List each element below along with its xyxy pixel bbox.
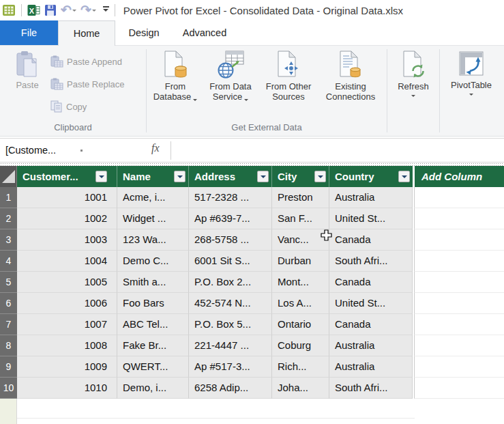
cell-city[interactable]: Mont... bbox=[272, 272, 329, 293]
from-data-service-button[interactable]: From Data Service bbox=[205, 51, 256, 102]
cell-name[interactable]: ABC Tel... bbox=[117, 314, 189, 335]
filter-button-city[interactable] bbox=[314, 171, 326, 182]
column-header-country[interactable]: Country bbox=[329, 166, 413, 187]
cell-name[interactable]: QWERT... bbox=[117, 356, 189, 378]
row-number[interactable]: 9 bbox=[0, 356, 17, 378]
filter-button-country[interactable] bbox=[398, 171, 410, 182]
cell-add-column[interactable] bbox=[414, 356, 504, 378]
cell-add-column[interactable] bbox=[414, 187, 504, 208]
cell-country[interactable]: United St... bbox=[329, 208, 413, 229]
cell-country[interactable]: South Afri... bbox=[329, 251, 413, 272]
cell-country[interactable]: Australia bbox=[329, 356, 413, 378]
cell-country[interactable]: Australia bbox=[329, 335, 413, 356]
paste-append-button[interactable]: Paste Append bbox=[50, 53, 122, 70]
cell-add-column[interactable] bbox=[414, 378, 504, 399]
row-number[interactable]: 5 bbox=[0, 272, 17, 293]
cell-customer[interactable]: 1009 bbox=[17, 356, 117, 378]
cell-customer[interactable]: 1006 bbox=[17, 293, 117, 314]
cell-customer[interactable]: 1004 bbox=[17, 251, 117, 272]
row-number[interactable]: 3 bbox=[0, 229, 17, 251]
row-number[interactable]: 10 bbox=[0, 378, 17, 399]
tab-file[interactable]: File bbox=[0, 20, 58, 45]
cell-add-column[interactable] bbox=[414, 272, 504, 293]
cell-city[interactable]: Coburg bbox=[272, 335, 329, 356]
column-header-city[interactable]: City bbox=[272, 166, 329, 187]
cell-country[interactable]: Australia bbox=[329, 187, 413, 208]
row-number[interactable]: 2 bbox=[0, 208, 17, 229]
cell-country[interactable]: United St... bbox=[329, 293, 413, 314]
column-header-add-column[interactable]: Add Column bbox=[415, 166, 504, 187]
cell-add-column[interactable] bbox=[414, 208, 504, 229]
cell-address[interactable]: Ap #639-7... bbox=[189, 208, 272, 229]
from-other-sources-button[interactable]: From Other Sources bbox=[259, 51, 318, 102]
cell-country[interactable]: Canada bbox=[329, 272, 413, 293]
cell-add-column[interactable] bbox=[414, 314, 504, 335]
save-icon[interactable] bbox=[44, 4, 57, 16]
cell-add-column[interactable] bbox=[414, 293, 504, 314]
cell-country[interactable]: Canada bbox=[329, 229, 413, 251]
name-box[interactable]: [Custome... bbox=[5, 139, 56, 162]
fx-button[interactable]: fx bbox=[151, 142, 160, 154]
tab-home[interactable]: Home bbox=[58, 20, 115, 46]
cell-name[interactable]: Widget ... bbox=[117, 208, 189, 229]
cell-city[interactable]: San F... bbox=[272, 208, 329, 229]
refresh-dropdown-icon[interactable] bbox=[411, 95, 415, 99]
filter-button-address[interactable] bbox=[257, 171, 269, 182]
copy-button[interactable]: Copy bbox=[50, 98, 87, 115]
cell-customer[interactable]: 1007 bbox=[17, 314, 117, 335]
cell-add-column[interactable] bbox=[414, 335, 504, 356]
customize-toolbar-icon[interactable] bbox=[103, 6, 109, 14]
cell-name[interactable]: Fake Br... bbox=[117, 335, 189, 356]
column-header-customer[interactable]: Customer... bbox=[17, 166, 117, 187]
cell-address[interactable]: P.O. Box 2... bbox=[189, 272, 272, 293]
cell-country[interactable]: South Afri... bbox=[329, 378, 413, 399]
cell-address[interactable]: 268-5758 ... bbox=[189, 229, 272, 251]
cell-name[interactable]: Smith a... bbox=[117, 272, 189, 293]
cell-customer[interactable]: 1008 bbox=[17, 335, 117, 356]
paste-button[interactable]: Paste bbox=[8, 51, 46, 90]
cell-city[interactable]: Rich... bbox=[272, 356, 329, 378]
redo-button[interactable]: ↷ bbox=[80, 4, 96, 16]
cell-address[interactable]: P.O. Box 5... bbox=[189, 314, 272, 335]
select-all-cell[interactable] bbox=[0, 166, 17, 187]
cell-city[interactable]: Joha... bbox=[272, 378, 329, 399]
cell-country[interactable]: Canada bbox=[329, 314, 413, 335]
cell-name[interactable]: 123 Wa... bbox=[117, 229, 189, 251]
refresh-button[interactable]: Refresh bbox=[391, 51, 435, 99]
cell-customer[interactable]: 1002 bbox=[17, 208, 117, 229]
cell-city[interactable]: Los A... bbox=[272, 293, 329, 314]
row-number[interactable]: 7 bbox=[0, 314, 17, 335]
name-box-resize-handle[interactable] bbox=[80, 150, 83, 152]
cell-customer[interactable]: 1010 bbox=[17, 378, 117, 399]
row-number[interactable]: 6 bbox=[0, 293, 17, 314]
column-header-address[interactable]: Address bbox=[189, 166, 272, 187]
cell-address[interactable]: 6001 Sit S... bbox=[189, 251, 272, 272]
undo-button[interactable]: ↶ bbox=[61, 4, 76, 16]
cell-address[interactable]: Ap #517-3... bbox=[189, 356, 272, 378]
cell-name[interactable]: Demo, i... bbox=[117, 378, 189, 399]
cell-name[interactable]: Demo C... bbox=[117, 251, 189, 272]
tab-design[interactable]: Design bbox=[116, 20, 172, 45]
pivottable-dropdown-icon[interactable] bbox=[469, 94, 473, 98]
cell-customer[interactable]: 1005 bbox=[17, 272, 117, 293]
paste-replace-button[interactable]: Paste Replace bbox=[50, 75, 125, 93]
tab-advanced[interactable]: Advanced bbox=[172, 20, 237, 45]
row-number[interactable]: 4 bbox=[0, 251, 17, 272]
cell-address[interactable]: 517-2328 ... bbox=[189, 187, 272, 208]
row-number[interactable]: 8 bbox=[0, 335, 17, 356]
cell-add-column[interactable] bbox=[414, 251, 504, 272]
cell-name[interactable]: Acme, i... bbox=[117, 187, 189, 208]
undo-dropdown-icon[interactable] bbox=[72, 10, 76, 14]
from-database-button[interactable]: From Database bbox=[151, 51, 200, 102]
pivottable-button[interactable]: PivotTable bbox=[446, 51, 496, 98]
row-number[interactable]: 1 bbox=[0, 187, 17, 208]
cell-city[interactable]: Preston bbox=[272, 187, 329, 208]
cell-address[interactable]: 452-574 N... bbox=[189, 293, 272, 314]
column-header-name[interactable]: Name bbox=[117, 166, 189, 187]
cell-customer[interactable]: 1003 bbox=[17, 229, 117, 251]
excel-icon[interactable]: X bbox=[27, 4, 40, 16]
filter-button-customer[interactable] bbox=[95, 171, 107, 182]
filter-button-name[interactable] bbox=[174, 171, 186, 182]
cell-address[interactable]: 6258 Adip... bbox=[189, 378, 272, 399]
existing-connections-button[interactable]: Existing Connections bbox=[319, 51, 382, 102]
